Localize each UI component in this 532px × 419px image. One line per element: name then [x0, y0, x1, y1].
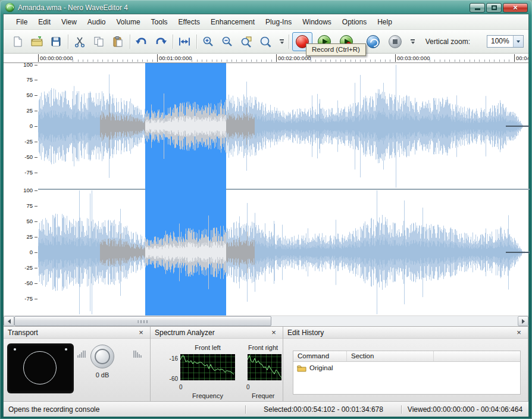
zoom-tool-button[interactable] — [257, 33, 274, 50]
arrow-left-icon — [8, 319, 11, 324]
scale-label: 25 — [4, 234, 38, 240]
loop-icon — [367, 35, 380, 48]
transport-panel-title: Transport — [8, 329, 38, 337]
new-file-icon — [12, 36, 24, 48]
save-icon — [50, 36, 62, 48]
zoom-selection-button[interactable] — [238, 33, 255, 50]
history-command: Original — [309, 364, 333, 371]
copy-icon — [93, 36, 105, 48]
scroll-left-button[interactable] — [4, 316, 14, 326]
status-selected-range: Selected:00:00:54:102 - 00:01:34:678 — [245, 405, 401, 414]
menu-view[interactable]: View — [56, 15, 82, 29]
stereo-waveform-canvas[interactable] — [38, 63, 530, 315]
zoom-in-button[interactable] — [200, 33, 217, 50]
scrollbar-thumb[interactable] — [14, 316, 271, 326]
scale-label: -50 — [4, 280, 38, 286]
statusbar: Opens the recording console Selected:00:… — [4, 401, 528, 417]
menu-file[interactable]: File — [11, 15, 33, 29]
close-button[interactable]: × — [503, 3, 528, 12]
vertical-zoom-value: 100% — [487, 36, 513, 47]
frequency-label-truncated: Frequer — [252, 392, 275, 399]
menu-plugins[interactable]: Plug-Ins — [260, 15, 297, 29]
spectrum-panel-body: Front left Front right -16 -60 0 0 Frequ… — [151, 339, 283, 401]
loop-playback-button[interactable] — [363, 32, 383, 51]
zoom-out-icon — [221, 36, 233, 48]
zoom-out-button[interactable] — [219, 33, 236, 50]
column-command[interactable]: Command — [293, 351, 347, 361]
paste-button[interactable] — [109, 33, 126, 50]
transport-close-button[interactable]: × — [136, 329, 146, 336]
history-panel-title: Edit History — [287, 329, 324, 337]
gain-knob[interactable] — [90, 345, 114, 368]
scale-label: 100 — [4, 62, 38, 68]
scale-label: -50 — [4, 154, 38, 160]
scroll-right-button[interactable] — [518, 316, 528, 326]
history-table: Command Section Original — [293, 351, 521, 395]
redo-icon — [154, 36, 167, 48]
fit-width-button[interactable] — [176, 33, 193, 50]
close-icon: × — [513, 4, 518, 11]
menu-help[interactable]: Help — [372, 15, 398, 29]
arrow-right-icon — [522, 319, 525, 324]
minimize-button[interactable] — [470, 3, 485, 12]
edit-history-panel: Edit History × Command Section Original — [283, 327, 528, 401]
cut-button[interactable] — [71, 33, 88, 50]
undo-button[interactable] — [133, 33, 150, 50]
save-button[interactable] — [48, 33, 64, 50]
column-section[interactable]: Section — [347, 351, 434, 361]
level-meter-icon — [133, 349, 142, 358]
combo-dropdown-arrow[interactable] — [513, 36, 523, 47]
menu-tools[interactable]: Tools — [146, 15, 173, 29]
history-row[interactable]: Original — [293, 362, 520, 374]
menu-options[interactable]: Options — [337, 15, 372, 29]
scale-label: 25 — [4, 108, 38, 114]
stop-button[interactable] — [385, 32, 405, 51]
open-file-button[interactable] — [29, 33, 45, 50]
menu-edit[interactable]: Edit — [33, 15, 56, 29]
spectrum-panel-header: Spectrum Analyzer × — [151, 327, 283, 339]
scale-label: 50 — [4, 218, 38, 224]
scale-label: 0 — [4, 123, 38, 129]
menu-effects[interactable]: Effects — [173, 15, 205, 29]
record-tooltip: Record (Ctrl+R) — [306, 43, 366, 56]
toolbar-overflow-button[interactable] — [278, 34, 286, 49]
vertical-zoom-combo[interactable]: 100% — [487, 35, 524, 48]
new-file-button[interactable] — [10, 33, 26, 50]
menu-volume[interactable]: Volume — [111, 15, 146, 29]
spectrum-right-canvas — [248, 354, 281, 380]
menu-audio[interactable]: Audio — [82, 15, 111, 29]
ruler-label: 00:01:00:000 — [157, 54, 192, 62]
spectrum-close-button[interactable]: × — [269, 329, 278, 336]
horizontal-scrollbar[interactable] — [4, 315, 528, 326]
titlebar: Amanda.wma - Nero WaveEditor 4 × — [3, 0, 529, 14]
transport-panel-header: Transport × — [4, 327, 150, 339]
transport-panel: Transport × 0 dB — [4, 327, 151, 401]
app-window: Amanda.wma - Nero WaveEditor 4 × File Ed… — [0, 0, 532, 419]
undo-icon — [135, 36, 148, 48]
toolbar-separator — [289, 35, 289, 49]
chevron-down-icon — [280, 42, 284, 44]
amplitude-scale: 100 75 50 25 0 -25 -50 -75 100 75 50 25 … — [4, 63, 38, 315]
spectrum-analyzer-panel: Spectrum Analyzer × Front left Front rig… — [151, 327, 283, 401]
menu-windows[interactable]: Windows — [297, 15, 337, 29]
front-right-label: Front right — [245, 344, 281, 351]
menu-enhancement[interactable]: Enhancement — [205, 15, 260, 29]
display-dot — [65, 348, 67, 351]
toolbar-overflow-button[interactable] — [409, 34, 417, 49]
scale-label: -25 — [4, 139, 38, 145]
level-meter-icon — [77, 349, 86, 358]
time-ruler[interactable]: 00:00:00:000 00:01:00:000 00:02:00:000 0… — [4, 54, 528, 63]
minimize-icon — [475, 8, 480, 10]
ruler-label: 00:03:00:000 — [395, 54, 430, 62]
redo-button[interactable] — [152, 33, 169, 50]
front-left-label: Front left — [180, 344, 235, 351]
status-message: Opens the recording console — [4, 405, 245, 414]
paste-icon — [112, 36, 124, 48]
dial-icon — [23, 351, 57, 384]
scale-label: 0 — [4, 249, 38, 255]
waveform-display: 100 75 50 25 0 -25 -50 -75 100 75 50 25 … — [4, 63, 528, 315]
vertical-zoom-label: Vertical zoom: — [425, 37, 470, 46]
maximize-button[interactable] — [486, 3, 502, 12]
copy-button[interactable] — [90, 33, 107, 50]
history-close-button[interactable]: × — [514, 329, 524, 336]
